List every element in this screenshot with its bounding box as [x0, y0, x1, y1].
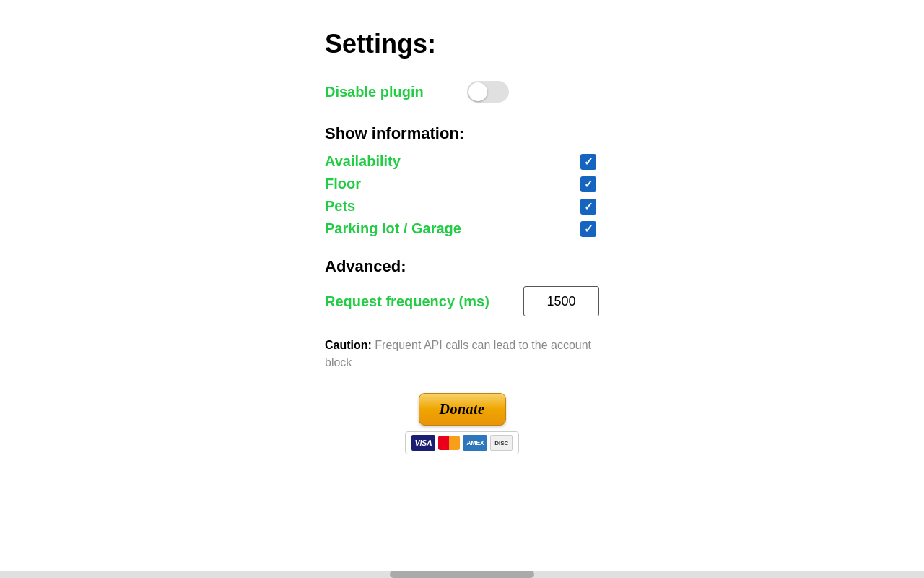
checkbox-row-pets: Pets: [325, 198, 599, 215]
checkbox-row-parking: Parking lot / Garage: [325, 220, 599, 237]
request-frequency-input[interactable]: [523, 286, 599, 316]
floor-label: Floor: [325, 176, 361, 192]
pets-label: Pets: [325, 198, 355, 215]
donate-button[interactable]: Donate: [419, 393, 506, 426]
page-title: Settings:: [325, 29, 599, 59]
discover-icon: DISC: [490, 435, 513, 451]
pets-checkbox[interactable]: [580, 199, 596, 215]
donate-section: Donate VISA AMEX DISC: [325, 393, 599, 454]
disable-plugin-row: Disable plugin: [325, 81, 599, 103]
request-frequency-label: Request frequency (ms): [325, 292, 509, 311]
advanced-title: Advanced:: [325, 257, 599, 276]
checkbox-row-availability: Availability: [325, 153, 599, 170]
scrollbar-thumb[interactable]: [390, 571, 534, 578]
visa-icon: VISA: [411, 435, 436, 451]
caution-text: Caution: Frequent API calls can lead to …: [325, 337, 599, 371]
caution-bold: Caution:: [325, 339, 372, 351]
request-frequency-row: Request frequency (ms): [325, 286, 599, 316]
floor-checkbox[interactable]: [580, 176, 596, 192]
availability-label: Availability: [325, 153, 401, 170]
disable-plugin-label: Disable plugin: [325, 84, 424, 100]
amex-icon: AMEX: [463, 435, 487, 451]
scrollbar-track[interactable]: [0, 571, 924, 578]
checkbox-row-floor: Floor: [325, 176, 599, 192]
advanced-section: Advanced: Request frequency (ms): [325, 257, 599, 316]
parking-checkbox[interactable]: [580, 221, 596, 237]
payment-icons-bar: VISA AMEX DISC: [405, 431, 520, 454]
show-information-section: Show information: Availability Floor Pet…: [325, 124, 599, 237]
availability-checkbox[interactable]: [580, 154, 596, 170]
mastercard-icon: [438, 436, 460, 450]
show-information-title: Show information:: [325, 124, 599, 143]
toggle-thumb: [468, 82, 487, 101]
parking-label: Parking lot / Garage: [325, 220, 461, 237]
disable-plugin-toggle[interactable]: [467, 81, 509, 103]
